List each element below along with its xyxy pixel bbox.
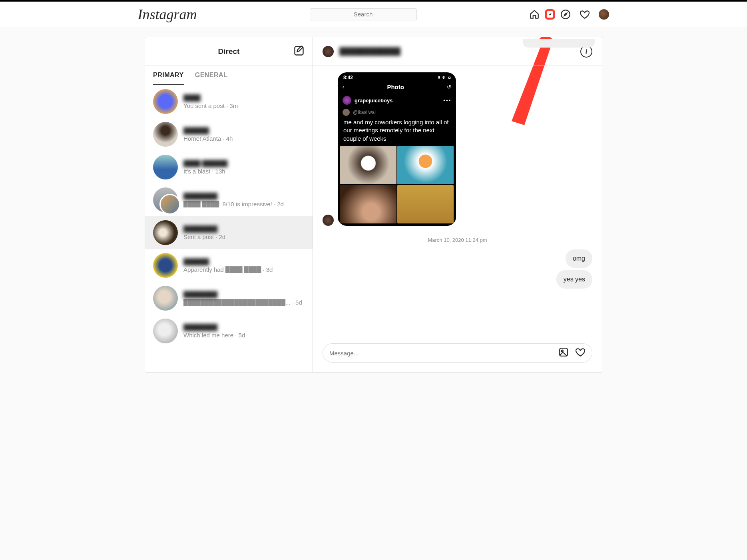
conversation-sidebar: Direct PRIMARY GENERAL ████ You sent a p… <box>145 37 313 372</box>
chat-header-avatar[interactable] <box>323 46 334 57</box>
thread-avatar <box>153 319 178 343</box>
direct-title: Direct <box>218 47 240 56</box>
refresh-icon: ↺ <box>447 84 451 90</box>
thread-name: ████████ <box>183 324 217 331</box>
post-status-icons: ▮ ᯤ ▢ <box>438 75 450 80</box>
quoted-avatar <box>343 109 350 116</box>
thread-avatar <box>153 253 178 278</box>
shared-post[interactable]: 8:42 ▮ ᯤ ▢ ‹ Photo ↺ grapejuiceboys ••• <box>338 72 456 226</box>
thread-list: ████ You sent a post · 3m ██████ Home! A… <box>145 85 313 372</box>
post-image-grid <box>338 146 456 226</box>
message-input[interactable] <box>329 350 558 357</box>
thread-item[interactable]: ████ ██████ It's a blast · 13h <box>145 151 313 183</box>
chat-panel: ████████████ i 8:42 ▮ ᯤ ▢ ‹ Photo ↺ <box>313 37 602 372</box>
post-status-time: 8:42 <box>343 75 353 80</box>
thread-preview: ████████████████████████... · 5d <box>183 299 305 306</box>
thread-item[interactable]: ████████ ████████████████████████... · 5… <box>145 282 313 315</box>
direct-panel: Direct PRIMARY GENERAL ████ You sent a p… <box>145 37 602 373</box>
thread-preview: ████ ████: 8/10 is impressive! · 2d <box>183 201 305 207</box>
partial-bubble <box>523 39 595 48</box>
thread-item[interactable]: ████████ ████ ████: 8/10 is impressive! … <box>145 183 313 216</box>
thread-item[interactable]: ████████ Sent a post · 2d <box>145 216 313 249</box>
thread-preview: Home! Atlanta · 4h <box>183 135 305 142</box>
tab-general[interactable]: GENERAL <box>195 66 228 85</box>
thread-avatar <box>153 155 178 179</box>
thread-avatar <box>153 122 178 147</box>
home-icon[interactable] <box>529 9 540 20</box>
tab-primary[interactable]: PRIMARY <box>153 66 184 85</box>
thread-item[interactable]: ████████ Which led me here · 5d <box>145 315 313 347</box>
instagram-logo[interactable]: Instagram <box>138 6 197 23</box>
thread-avatar <box>153 220 178 245</box>
like-heart-icon[interactable] <box>575 347 586 359</box>
post-account-name: grapejuiceboys <box>355 98 392 104</box>
profile-avatar[interactable] <box>599 9 609 20</box>
thread-avatar-group <box>153 187 178 212</box>
chat-header-name[interactable]: ████████████ <box>339 47 400 56</box>
thread-name: ████ <box>183 94 201 101</box>
message-timestamp: March 10, 2020 11:24 pm <box>323 237 592 243</box>
thread-name: ████ ██████ <box>183 160 227 167</box>
search-input[interactable] <box>310 8 417 20</box>
message-input-container <box>323 343 592 363</box>
thread-preview: Sent a post · 2d <box>183 233 305 240</box>
sent-message-bubble: yes yes <box>556 270 592 289</box>
back-icon: ‹ <box>343 84 344 90</box>
thread-avatar <box>153 286 178 311</box>
more-icon: ••• <box>443 98 451 104</box>
svg-point-4 <box>562 350 563 352</box>
activity-heart-icon[interactable] <box>580 9 590 20</box>
thread-preview: It's a blast · 13h <box>183 168 305 175</box>
thread-item[interactable]: ██████ Home! Atlanta · 4h <box>145 118 313 151</box>
thread-avatar <box>153 89 178 114</box>
quoted-handle: @ikasliwal <box>353 110 376 115</box>
thread-name: ██████ <box>183 127 209 134</box>
sent-message-bubble: omg <box>566 249 592 268</box>
post-account-avatar <box>343 96 351 105</box>
post-nav-title: Photo <box>387 84 404 90</box>
compose-button[interactable] <box>293 45 305 58</box>
thread-item[interactable]: ████ You sent a post · 3m <box>145 85 313 118</box>
thread-preview: Apparently had ████ ████ · 3d <box>183 266 305 273</box>
thread-name: ██████ <box>183 258 209 265</box>
thread-preview: Which led me here · 5d <box>183 332 305 339</box>
message-sender-avatar[interactable] <box>323 215 334 226</box>
post-caption: me and my coworkers logging into all of … <box>338 117 456 146</box>
thread-name: ████████ <box>183 193 217 199</box>
thread-preview: You sent a post · 3m <box>183 102 305 109</box>
thread-name: ████████ <box>183 291 217 298</box>
photo-icon[interactable] <box>558 347 569 359</box>
thread-item[interactable]: ██████ Apparently had ████ ████ · 3d <box>145 249 313 282</box>
explore-icon[interactable] <box>560 9 571 20</box>
direct-messages-icon[interactable] <box>545 9 555 20</box>
thread-name: ████████ <box>183 225 217 232</box>
